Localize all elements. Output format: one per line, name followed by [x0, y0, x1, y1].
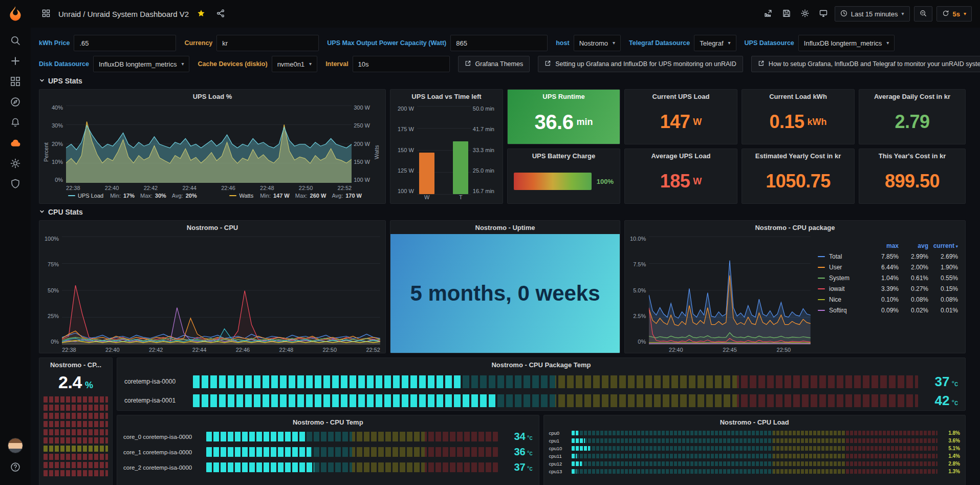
sidebar-alerting-button[interactable] — [4, 113, 27, 133]
y-axis-ticks-right: 300 W250 W200 W150 W100 W — [352, 105, 373, 191]
dashboards-breadcrumb-button[interactable] — [39, 7, 53, 21]
user-avatar[interactable] — [8, 438, 23, 453]
gear-icon — [10, 158, 20, 170]
panel-title[interactable]: Current Load kWh — [742, 90, 854, 103]
panel-title[interactable]: Nostromo - CPU Temp — [117, 415, 539, 429]
panel-nostromo-uptime: Nostromo - Uptime 5 months, 0 weeks — [390, 220, 620, 353]
sidebar-admin-button[interactable] — [4, 174, 27, 195]
stat-value: 147 — [660, 111, 690, 133]
panel-title[interactable]: Average UPS Load — [625, 149, 737, 162]
star-button[interactable] — [194, 7, 208, 21]
panel-ups-runtime: UPS Runtime 36.6min — [507, 89, 620, 144]
question-icon — [10, 462, 20, 474]
legend-header-max[interactable]: max — [869, 242, 899, 249]
legend-row-iowait[interactable]: iowait3.39%0.27%0.15% — [818, 283, 958, 294]
save-icon — [782, 9, 791, 19]
legend-header-avg[interactable]: avg — [899, 242, 928, 249]
sidebar-dashboards-button[interactable] — [4, 72, 27, 92]
legend-item-Watts[interactable]: WattsMin:147 WMax:260 WAvg:170 W — [229, 193, 362, 199]
cpu-package-chart[interactable] — [649, 236, 811, 345]
panel-title[interactable]: Estimated Yearly Cost in kr — [742, 149, 854, 162]
y-axis-label-left: Percent — [42, 105, 50, 191]
panel-title[interactable]: Average Daily Cost in kr — [859, 90, 965, 103]
sidebar-cloud-button[interactable] — [4, 133, 27, 154]
panel-title[interactable]: Current UPS Load — [625, 90, 737, 103]
sidebar — [0, 0, 31, 485]
currency-input[interactable] — [216, 35, 319, 51]
caret-down-icon: ▾ — [886, 40, 889, 46]
legend-row-System[interactable]: System1.04%0.61%0.55% — [818, 272, 958, 283]
share-icon — [216, 9, 225, 19]
zoom-out-button[interactable] — [914, 6, 932, 22]
legend-row-Nice[interactable]: Nice0.10%0.08%0.08% — [818, 294, 958, 305]
panel-title[interactable]: UPS Load vs Time left — [390, 90, 503, 103]
save-dashboard-button[interactable] — [779, 7, 794, 21]
legend-item-UPS Load[interactable]: UPS LoadMin:17%Max:30%Avg:20% — [68, 193, 197, 199]
stat-value: 1050.75 — [766, 171, 831, 192]
dashboard-title[interactable]: Unraid / Unraid System Dashboard V2 — [58, 10, 189, 18]
gauge-row-cpu12: cpu122.8% — [549, 461, 961, 467]
topbar: Unraid / Unraid System Dashboard V2 Last… — [31, 0, 980, 28]
kwh-price-input[interactable] — [74, 35, 176, 51]
led-gauge — [572, 469, 938, 474]
legend-row-User[interactable]: User6.44%2.00%1.90% — [818, 262, 958, 272]
cpu-chart[interactable] — [62, 236, 380, 345]
grafana-logo[interactable] — [7, 5, 24, 23]
var-ups-max-output: UPS Max Output Power Capacity (Watt) — [327, 35, 548, 51]
panel-title[interactable]: This Year's Cost in kr — [859, 149, 965, 162]
share-button[interactable] — [213, 7, 228, 21]
sidebar-search-button[interactable] — [4, 31, 27, 51]
led-gauge — [193, 375, 918, 388]
cache-devices-select[interactable]: nvme0n1▾ — [272, 56, 318, 72]
x-axis-ticks: 22:3822:4022:4222:4422:4622:4822:5022:52 — [62, 345, 380, 353]
panel-title[interactable]: UPS Load % — [39, 90, 385, 103]
panel-title[interactable]: Nostromo - CPU package — [625, 221, 965, 234]
panel-ups-load-vs-time-left: UPS Load vs Time left 200 W175 W150 W125… — [390, 89, 503, 204]
host-select[interactable]: Nostromo▾ — [574, 35, 621, 51]
led-gauge — [572, 431, 938, 435]
link-ups-monitoring-guide[interactable]: Setting up Grafana and InfluxDB for UPS … — [538, 56, 743, 72]
legend-row-Total[interactable]: Total7.85%2.99%2.69% — [818, 251, 958, 262]
variables-row-2: Disk Datasource InfluxDB longterm_metric… — [39, 56, 966, 72]
uptime-stat: 5 months, 0 weeks — [390, 234, 620, 353]
telegraf-datasource-select[interactable]: Telegraf▾ — [694, 35, 736, 51]
led-gauge — [193, 394, 918, 407]
dashboard-settings-button[interactable] — [798, 7, 812, 21]
link-telegraf-setup-guide[interactable]: How to setup Grafana, InfluxDB and Teleg… — [751, 56, 980, 72]
panel-title[interactable]: Nostromo - Uptime — [390, 221, 620, 234]
panel-title[interactable]: Nostromo - CPU Load — [544, 415, 966, 429]
section-ups-stats[interactable]: UPS Stats — [39, 77, 966, 85]
ups-max-output-input[interactable] — [450, 35, 548, 51]
section-cpu-stats[interactable]: CPU Stats — [39, 208, 966, 216]
panel-title[interactable]: Nostromo - CP... — [39, 358, 112, 371]
panel-title[interactable]: UPS Battery Charge — [508, 149, 620, 162]
ups-datasource-select[interactable]: InfluxDB longterm_metrics▾ — [798, 35, 895, 51]
add-panel-button[interactable] — [761, 7, 775, 21]
disk-datasource-select[interactable]: InfluxDB longterm_metrics▾ — [93, 56, 189, 72]
gauge-row-cpu10: cpu105.1% — [549, 446, 961, 451]
panel-title[interactable]: Nostromo - CPU Package Temp — [117, 358, 965, 371]
interval-input[interactable] — [353, 56, 450, 72]
compass-icon — [10, 97, 20, 109]
sidebar-help-button[interactable] — [4, 457, 27, 478]
caret-down-icon: ▾ — [309, 61, 312, 67]
refresh-picker[interactable]: 5s ▾ — [937, 6, 972, 22]
sidebar-explore-button[interactable] — [4, 92, 27, 113]
sidebar-config-button[interactable] — [4, 154, 27, 174]
battery-value: 100% — [597, 178, 614, 185]
link-grafana-themes[interactable]: Grafana Themes — [458, 56, 530, 72]
legend-row-Softirq[interactable]: Softirq0.09%0.02%0.01% — [818, 305, 958, 315]
bar-W[interactable] — [419, 153, 434, 194]
cp-stat-value: 2.4% — [39, 372, 112, 392]
ups-load-chart[interactable] — [66, 105, 352, 183]
bar-chart[interactable] — [417, 106, 471, 194]
bar-T[interactable] — [453, 141, 468, 194]
panel-title[interactable]: Nostromo - CPU — [39, 221, 385, 234]
legend-header-current[interactable]: current ▾ — [928, 242, 958, 249]
panel-title[interactable]: UPS Runtime — [508, 90, 620, 103]
cycle-view-button[interactable] — [816, 7, 831, 21]
cpu-temp-gauges: core_0 coretemp-isa-000034°ccore_1 coret… — [117, 429, 539, 475]
shield-icon — [10, 179, 20, 191]
time-range-picker[interactable]: Last 15 minutes ▾ — [835, 6, 910, 22]
sidebar-create-button[interactable] — [4, 51, 27, 72]
